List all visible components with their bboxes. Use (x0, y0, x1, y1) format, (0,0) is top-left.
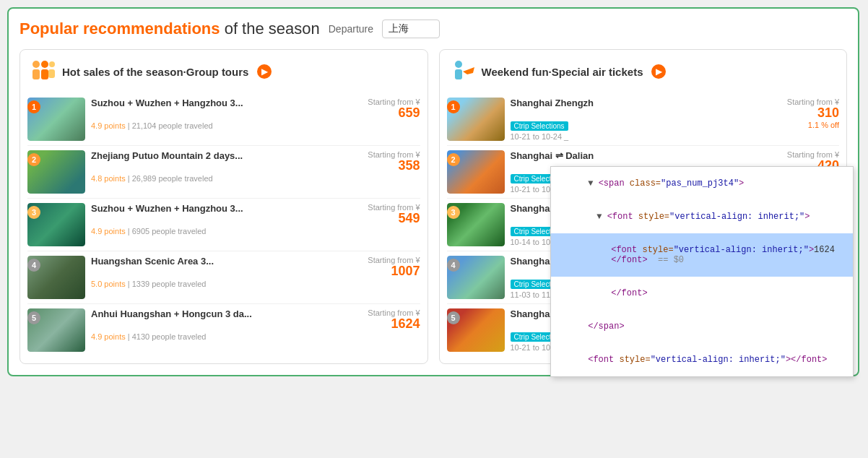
item-name: Shanghai ⇌ Dalian (511, 150, 784, 163)
item-name-row: Suzhou + Wuzhen + Hangzhou 3... Starting… (91, 98, 420, 119)
item-price: 1007 (368, 264, 420, 277)
devtools-line-4: </font> (551, 277, 853, 310)
right-panel-title: Weekend fun·Special air tickets (482, 66, 643, 78)
departure-input[interactable] (382, 20, 440, 38)
item-price-block: Starting from ¥ 1007 (368, 256, 420, 277)
ctrip-badge: Ctrip Selections (511, 121, 568, 131)
svg-rect-3 (41, 69, 48, 79)
item-name: Shanghai Zhengzh (511, 98, 784, 110)
left-tour-item[interactable]: 5 Anhui Huangshan + Hongcun 3 da... Star… (27, 304, 420, 356)
item-rank: 2 (27, 153, 40, 166)
item-meta: 4.8 points | 26,989 people traveled (91, 174, 420, 183)
item-price-block: Starting from ¥ 659 (368, 98, 420, 119)
item-travelers: 1339 people traveled (132, 280, 207, 288)
item-meta: 4.9 points | 4130 people traveled (91, 332, 420, 341)
svg-point-6 (455, 61, 462, 68)
left-panel-items: 1 Suzhou + Wuzhen + Hangzhou 3... Starti… (27, 93, 420, 356)
right-tour-item[interactable]: 1 Shanghai Zhengzh Starting from ¥ 310 C… (447, 93, 840, 146)
item-name: Suzhou + Wuzhen + Hangzhou 3... (91, 98, 365, 110)
item-name-row: Zhejiang Putuo Mountain 2 days... Starti… (91, 150, 420, 172)
item-name: Zhejiang Putuo Mountain 2 days... (91, 150, 365, 163)
left-panel-title: Hot sales of the season·Group tours (62, 66, 248, 78)
item-travelers: 4130 people traveled (132, 332, 207, 341)
item-price-block: Starting from ¥ 358 (368, 150, 420, 172)
item-name: Anhui Huangshan + Hongcun 3 da... (91, 308, 365, 321)
page-header: Popular recommendations of the season De… (19, 20, 847, 38)
devtools-line-3: <font style="vertical-align: inherit;">1… (551, 233, 853, 277)
svg-point-2 (41, 61, 48, 68)
item-name: Huangshan Scenic Area 3... (91, 256, 365, 268)
title-highlight: Popular recommendations (19, 20, 220, 38)
item-info: Shanghai Zhengzh Starting from ¥ 310 Ctr… (511, 98, 840, 141)
item-price: 358 (368, 159, 420, 172)
item-rank: 5 (27, 311, 40, 324)
svg-rect-5 (48, 69, 55, 78)
item-meta: 4.9 points | 21,104 people traveled (91, 121, 420, 130)
air-tickets-icon (447, 57, 476, 86)
devtools-line-2: ▼ <font style="vertical-align: inherit;"… (551, 200, 853, 233)
item-travelers: 21,104 people traveled (132, 121, 213, 130)
item-price: 659 (368, 106, 420, 119)
item-points: 4.8 points (91, 174, 126, 183)
item-name-row: Suzhou + Wuzhen + Hangzhou 3... Starting… (91, 203, 420, 225)
item-rank: 5 (447, 311, 460, 324)
item-price: 1624 (368, 317, 420, 330)
left-panel-arrow[interactable]: ▶ (257, 64, 272, 79)
item-price-block: Starting from ¥ 549 (368, 203, 420, 225)
item-meta: 5.0 points | 1339 people traveled (91, 280, 420, 288)
left-tour-item[interactable]: 2 Zhejiang Putuo Mountain 2 days... Star… (27, 146, 420, 199)
item-price-block: Starting from ¥ 1624 (368, 308, 420, 330)
item-info: Suzhou + Wuzhen + Hangzhou 3... Starting… (91, 98, 420, 130)
item-rank: 1 (447, 100, 460, 113)
svg-point-0 (32, 61, 40, 68)
item-rank: 3 (447, 206, 460, 219)
svg-rect-1 (32, 69, 40, 79)
item-name: Suzhou + Wuzhen + Hangzhou 3... (91, 203, 365, 215)
item-price: 549 (368, 212, 420, 225)
item-info: Suzhou + Wuzhen + Hangzhou 3... Starting… (91, 203, 420, 236)
page-wrapper: Popular recommendations of the season De… (7, 7, 859, 376)
item-rank: 3 (27, 206, 40, 219)
item-rank: 1 (27, 100, 40, 113)
item-dates: 10-21 to 10-24 _ (511, 132, 840, 141)
item-points: 4.9 points (91, 121, 126, 130)
left-panel: Hot sales of the season·Group tours ▶ 1 … (19, 49, 428, 364)
devtools-overlay: ▼ <span class="pas_num_pj3t4"> ▼ <font s… (550, 166, 854, 377)
right-panel-arrow[interactable]: ▶ (651, 64, 666, 79)
svg-point-4 (49, 61, 55, 67)
item-travelers: 26,989 people traveled (132, 174, 213, 183)
title-normal: of the season (225, 20, 320, 38)
item-points: 5.0 points (91, 280, 126, 288)
item-points: 4.9 points (91, 332, 126, 341)
item-travelers: 6905 people traveled (132, 227, 207, 236)
item-rank: 2 (447, 153, 460, 166)
left-tour-item[interactable]: 1 Suzhou + Wuzhen + Hangzhou 3... Starti… (27, 93, 420, 146)
item-name-row: Anhui Huangshan + Hongcun 3 da... Starti… (91, 308, 420, 330)
item-info: Huangshan Scenic Area 3... Starting from… (91, 256, 420, 288)
item-name-row: Huangshan Scenic Area 3... Starting from… (91, 256, 420, 277)
group-tours-icon (27, 57, 56, 86)
devtools-line-1: ▼ <span class="pas_num_pj3t4"> (551, 167, 853, 200)
item-rank: 4 (447, 259, 460, 272)
page-title: Popular recommendations of the season (19, 20, 320, 38)
right-panel-header: Weekend fun·Special air tickets ▶ (447, 57, 840, 86)
item-rank: 4 (27, 259, 40, 272)
item-points: 4.9 points (91, 227, 126, 236)
left-tour-item[interactable]: 3 Suzhou + Wuzhen + Hangzhou 3... Starti… (27, 199, 420, 251)
item-price: 310 (787, 106, 839, 119)
item-info: Anhui Huangshan + Hongcun 3 da... Starti… (91, 308, 420, 341)
item-info: Zhejiang Putuo Mountain 2 days... Starti… (91, 150, 420, 183)
left-panel-header: Hot sales of the season·Group tours ▶ (27, 57, 420, 86)
item-name-row: Shanghai Zhengzh Starting from ¥ 310 (511, 98, 840, 119)
devtools-line-5: </span> (551, 310, 853, 343)
devtools-line-6: <font style="vertical-align: inherit;"><… (551, 343, 853, 376)
svg-rect-7 (455, 69, 462, 79)
item-price-block: Starting from ¥ 310 (787, 98, 839, 119)
item-meta: 4.9 points | 6905 people traveled (91, 227, 420, 236)
left-tour-item[interactable]: 4 Huangshan Scenic Area 3... Starting fr… (27, 251, 420, 304)
item-discount: 1.1 % off (808, 121, 839, 129)
departure-label: Departure (329, 23, 373, 35)
